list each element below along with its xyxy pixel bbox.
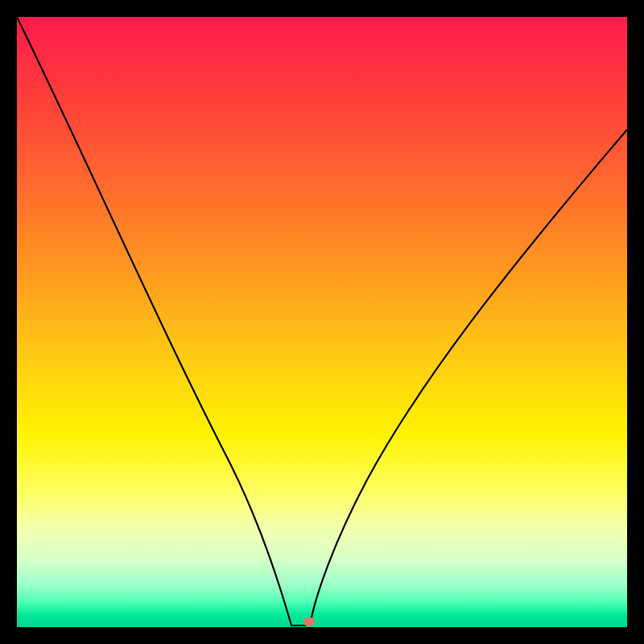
bottleneck-curve [17, 17, 627, 627]
curve-path [17, 17, 627, 625]
optimal-marker [303, 617, 315, 626]
watermark-text: TheBottleneck.com [489, 2, 625, 20]
plot-area [17, 17, 627, 627]
chart-container: TheBottleneck.com [0, 0, 644, 644]
